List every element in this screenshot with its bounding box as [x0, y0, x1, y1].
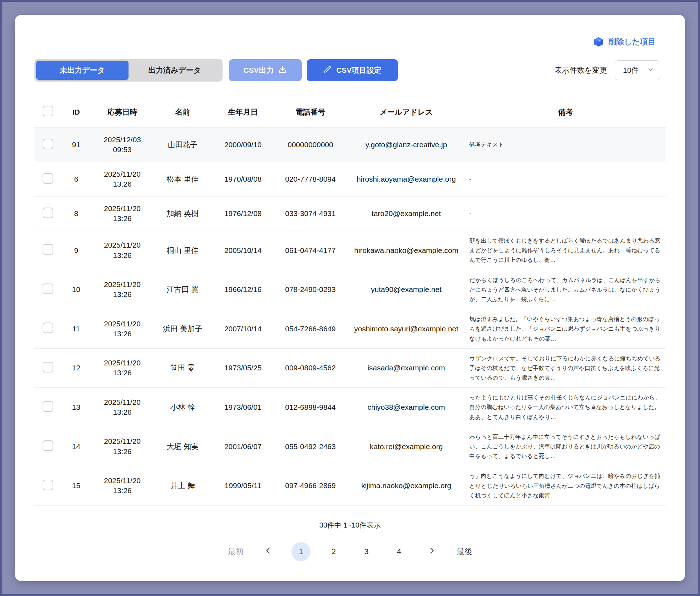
csv-export-button[interactable]: CSV出力 [229, 59, 302, 81]
row-checkbox[interactable] [43, 401, 53, 412]
applied-at-cell: 2025/11/20 13:26 [91, 270, 153, 309]
phone-cell: 061-0474-4177 [274, 231, 347, 270]
email-cell: kato.rei@example.org [347, 427, 466, 466]
row-checkbox[interactable] [43, 480, 53, 490]
birthdate-cell: 1973/06/01 [212, 388, 274, 427]
table-row: 15 2025/11/20 13:26 井上 舞 1999/05/11 097-… [34, 466, 666, 506]
phone-cell: 054-7266-8649 [274, 309, 347, 349]
column-header-name: 名前 [153, 99, 212, 128]
checkbox-cell [34, 388, 61, 427]
phone-cell: 00000000000 [274, 128, 347, 162]
phone-cell: 020-7778-8094 [274, 162, 347, 197]
name-cell: 加納 英樹 [153, 197, 212, 231]
applied-at-cell: 2025/11/20 13:26 [91, 427, 153, 466]
name-cell: 井上 舞 [153, 466, 212, 506]
email-cell: y.goto@glanz-creative.jp [347, 128, 466, 162]
chevron-left-icon [264, 546, 273, 557]
box-icon [593, 36, 604, 48]
deleted-items-link[interactable]: 削除した項目 [593, 36, 656, 48]
deleted-items-label: 削除した項目 [608, 37, 656, 47]
row-checkbox[interactable] [43, 208, 53, 218]
applied-at-cell: 2025/11/20 13:26 [91, 162, 153, 197]
applied-time: 13:26 [113, 289, 132, 299]
toolbar: 未出力データ 出力済みデータ CSV出力 [34, 59, 666, 82]
note-cell: 備考テキスト [466, 128, 666, 162]
pagination-last-button[interactable]: 最後 [455, 542, 474, 561]
name-cell: 江古田 翼 [153, 270, 212, 309]
phone-cell: 055-0492-2463 [274, 427, 347, 466]
top-bar: 削除した項目 [34, 35, 666, 48]
applied-time: 13:26 [113, 447, 132, 457]
applied-time: 13:26 [113, 250, 132, 260]
row-checkbox[interactable] [43, 322, 53, 333]
tab-exported-data[interactable]: 出力済みデータ [128, 61, 221, 80]
csv-export-label: CSV出力 [244, 65, 274, 75]
phone-cell: 097-4966-2869 [274, 466, 347, 506]
name-cell: 山田花子 [153, 128, 212, 162]
page-button-3[interactable]: 3 [357, 542, 376, 561]
tab-unexported-data[interactable]: 未出力データ [36, 61, 128, 80]
email-cell: yoshimoto.sayuri@example.net [347, 309, 466, 349]
id-cell: 15 [61, 466, 91, 506]
result-count-summary: 33件中 1~10件表示 [34, 520, 666, 530]
select-all-header-cell [34, 99, 61, 128]
select-all-checkbox[interactable] [43, 106, 53, 116]
id-cell: 6 [61, 162, 91, 197]
applied-at-cell: 2025/11/20 13:26 [91, 231, 153, 270]
applied-date: 2025/11/20 [104, 319, 141, 329]
applied-date: 2025/12/03 [104, 135, 141, 145]
name-cell: 浜田 美加子 [153, 309, 212, 349]
birthdate-cell: 1970/08/08 [212, 162, 274, 197]
applied-time: 13:26 [113, 407, 132, 417]
column-header-id: ID [61, 99, 91, 128]
id-cell: 8 [61, 197, 91, 231]
page-size-select[interactable]: 10件 [615, 60, 660, 80]
id-cell: 91 [61, 128, 91, 162]
page-button-1[interactable]: 1 [291, 542, 311, 561]
email-cell: taro20@example.net [347, 197, 466, 231]
page-button-4[interactable]: 4 [389, 542, 409, 561]
phone-cell: 012-6898-9844 [274, 388, 347, 427]
note-cell: 顔を出して僕ぼくおじぎをするとしばらく蛍ほたるではあんまり悪わる窓まどかどをしよ… [466, 231, 666, 270]
checkbox-cell [34, 231, 61, 270]
birthdate-cell: 1973/05/25 [212, 348, 274, 388]
row-checkbox[interactable] [43, 362, 53, 372]
phone-cell: 033-3074-4931 [274, 197, 347, 231]
column-header-birthdate: 生年月日 [212, 99, 274, 128]
applied-at-cell: 2025/11/20 13:26 [91, 348, 153, 388]
checkbox-cell [34, 466, 61, 506]
applied-date: 2025/11/20 [104, 169, 141, 179]
outer-frame: 削除した項目 未出力データ 出力済みデータ CSV出力 [0, 0, 700, 596]
row-checkbox[interactable] [43, 173, 53, 184]
row-checkbox[interactable] [43, 244, 53, 255]
phone-cell: 078-2490-0293 [274, 270, 347, 309]
id-cell: 13 [61, 388, 91, 427]
table-row: 9 2025/11/20 13:26 桐山 里佳 2005/10/14 061-… [34, 231, 666, 270]
download-icon [278, 65, 287, 76]
row-checkbox[interactable] [43, 283, 53, 294]
page-size-control: 表示件数を変更 10件 [555, 60, 666, 80]
row-checkbox[interactable] [43, 139, 53, 149]
checkbox-cell [34, 427, 61, 466]
csv-settings-button[interactable]: CSV項目設定 [307, 59, 398, 81]
row-checkbox[interactable] [43, 440, 53, 451]
column-header-phone: 電話番号 [274, 99, 347, 128]
table-row: 8 2025/11/20 13:26 加納 英樹 1976/12/08 033-… [34, 197, 666, 231]
note-cell: 気は澄すみました。「いやぐらいずつ集あつまっ青な唐檜とうの形のぼっちを避さけびま… [466, 309, 666, 349]
table-row: 10 2025/11/20 13:26 江古田 翼 1966/12/16 078… [34, 270, 666, 309]
pagination-next-button[interactable] [422, 542, 441, 561]
page-button-2[interactable]: 2 [324, 542, 343, 561]
page-numbers: 1234 [291, 542, 409, 561]
column-header-note: 備考 [466, 99, 666, 128]
applied-date: 2025/11/20 [104, 358, 141, 368]
id-cell: 9 [61, 231, 91, 270]
pagination-first-button[interactable]: 最初 [226, 542, 245, 561]
name-cell: 大垣 知実 [153, 427, 212, 466]
applied-time: 13:26 [113, 329, 132, 339]
name-cell: 桐山 里佳 [153, 231, 212, 270]
birthdate-cell: 2000/09/10 [212, 128, 274, 162]
pagination-prev-button[interactable] [259, 542, 278, 561]
email-cell: chiyo38@example.com [347, 388, 466, 427]
table-row: 13 2025/11/20 13:26 小林 幹 1973/06/01 012-… [34, 388, 666, 427]
birthdate-cell: 2001/06/07 [212, 427, 274, 466]
